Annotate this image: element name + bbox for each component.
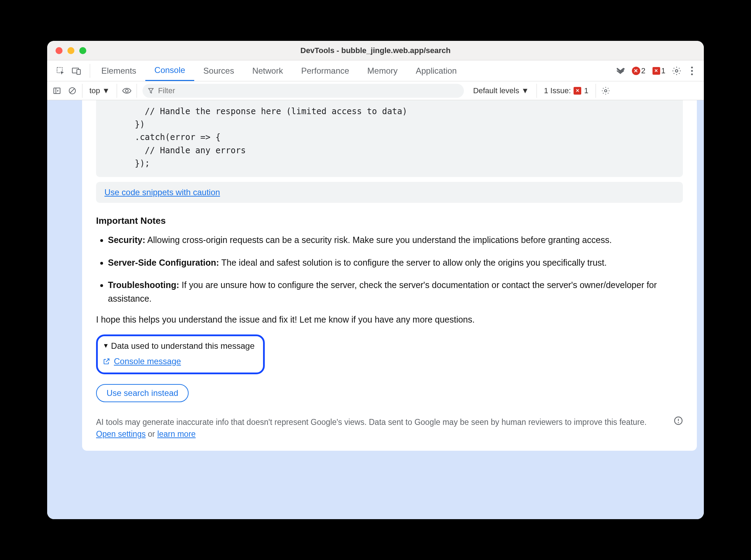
tab-console[interactable]: Console — [145, 60, 194, 81]
tab-memory[interactable]: Memory — [358, 60, 407, 81]
tab-network[interactable]: Network — [243, 60, 292, 81]
tab-application[interactable]: Application — [407, 60, 466, 81]
clear-console-icon[interactable] — [65, 83, 80, 98]
error-badge[interactable]: ✕ 2 — [628, 66, 649, 75]
console-content: // Handle the response here (limited acc… — [47, 100, 704, 519]
tab-elements[interactable]: Elements — [92, 60, 145, 81]
console-toolbar: top ▼ Default levels ▼ 1 Issue: ✕ 1 — [47, 81, 704, 100]
svg-point-3 — [676, 69, 678, 72]
devtools-window: DevTools - bubble_jingle.web.app/search … — [47, 41, 704, 519]
notes-heading: Important Notes — [96, 215, 683, 226]
console-message-link[interactable]: Console message — [101, 356, 255, 366]
error-icon: ✕ — [632, 67, 640, 75]
use-search-button[interactable]: Use search instead — [96, 384, 189, 402]
more-tabs-icon[interactable] — [613, 63, 628, 79]
svg-rect-2 — [77, 69, 80, 74]
live-expression-icon[interactable] — [119, 83, 134, 98]
issue-badge-top[interactable]: ✕ 1 — [649, 66, 669, 75]
chevron-down-icon: ▼ — [521, 86, 529, 95]
svg-point-6 — [691, 73, 693, 75]
toggle-sidebar-icon[interactable] — [49, 83, 65, 98]
info-icon[interactable] — [674, 416, 683, 425]
filter-icon — [147, 87, 154, 94]
list-item: Security: Allowing cross-origin requests… — [108, 233, 683, 247]
svg-point-15 — [678, 422, 679, 423]
tab-performance[interactable]: Performance — [292, 60, 358, 81]
open-external-icon — [103, 358, 110, 365]
code-snippet: // Handle the response here (limited acc… — [96, 100, 683, 177]
open-settings-link[interactable]: Open settings — [96, 429, 146, 439]
list-item: Troubleshooting: If you are unsure how t… — [108, 278, 683, 305]
inspect-element-icon[interactable] — [53, 63, 68, 79]
execution-context-select[interactable]: top ▼ — [85, 86, 115, 95]
svg-line-10 — [70, 89, 74, 93]
list-item: Server-Side Configuration: The ideal and… — [108, 256, 683, 270]
tab-sources[interactable]: Sources — [194, 60, 243, 81]
ai-disclaimer: AI tools may generate inaccurate info th… — [96, 416, 683, 440]
console-settings-icon[interactable] — [598, 83, 613, 98]
filter-input[interactable] — [143, 84, 464, 98]
issues-counter[interactable]: 1 Issue: ✕ 1 — [539, 86, 593, 95]
ai-explanation-panel: // Handle the response here (limited acc… — [82, 100, 697, 451]
main-tabs-bar: Elements Console Sources Network Perform… — [47, 60, 704, 81]
svg-point-11 — [125, 89, 128, 92]
log-levels-select[interactable]: Default levels ▼ — [467, 86, 534, 95]
caution-link[interactable]: Use code snippets with caution — [104, 187, 220, 197]
learn-more-link[interactable]: learn more — [157, 429, 196, 439]
svg-rect-7 — [54, 88, 60, 94]
device-toolbar-icon[interactable] — [69, 63, 84, 79]
titlebar: DevTools - bubble_jingle.web.app/search — [47, 41, 704, 60]
kebab-menu-icon[interactable] — [684, 63, 700, 79]
details-toggle[interactable]: Data used to understand this message — [101, 341, 255, 351]
notes-list: Security: Allowing cross-origin requests… — [96, 233, 683, 305]
caution-strip: Use code snippets with caution — [96, 182, 683, 203]
issue-icon: ✕ — [574, 87, 581, 95]
chevron-down-icon: ▼ — [102, 86, 110, 95]
issue-icon: ✕ — [652, 67, 660, 75]
svg-point-4 — [691, 66, 693, 68]
svg-point-12 — [604, 89, 607, 92]
closing-text: I hope this helps you understand the iss… — [96, 315, 683, 325]
svg-point-5 — [691, 70, 693, 72]
data-used-details: Data used to understand this message Con… — [96, 334, 265, 374]
panel-tabs: Elements Console Sources Network Perform… — [92, 60, 466, 81]
window-title: DevTools - bubble_jingle.web.app/search — [47, 46, 704, 55]
settings-icon[interactable] — [669, 63, 684, 79]
